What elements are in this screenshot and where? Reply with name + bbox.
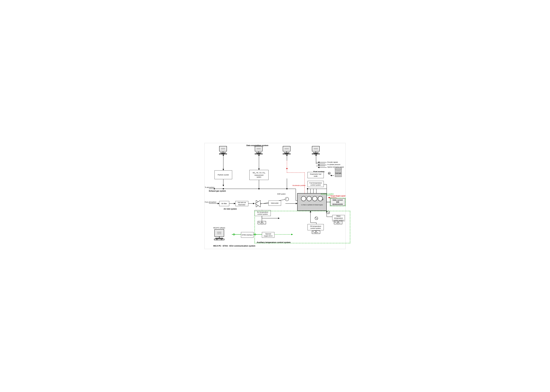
svg-text:T: T (286, 198, 287, 200)
svg-marker-36 (234, 203, 235, 204)
computer-nox (255, 146, 263, 154)
svg-marker-43 (296, 203, 297, 204)
diagram-container: T Data acquisition system (204, 143, 346, 249)
svg-point-107 (285, 197, 289, 201)
computer-inca: INCA PC software (213, 227, 225, 240)
encoder-signals-label: Encoder signals (327, 161, 338, 163)
inca-communication-label: INCA PC - ETAS - ECU communication syste… (213, 245, 255, 247)
svg-point-28 (286, 188, 287, 189)
accelerator-position-red-label: Accelerator position (292, 185, 306, 186)
computer-signals (312, 146, 320, 154)
gravimetric-fuel-box: Gravimetric fuel scale (307, 172, 324, 178)
svg-point-94 (328, 172, 330, 175)
svg-point-106 (286, 198, 287, 200)
accelerator-position-green-label: Accelerator position (321, 193, 334, 195)
computer-particle (219, 146, 227, 154)
svg-marker-114 (318, 164, 319, 166)
engine-label: 2.2 liters 4 cylinders DI Diesel engine (298, 204, 326, 206)
svg-marker-34 (218, 203, 219, 204)
air-filter-box: Air filter (219, 201, 229, 206)
svg-marker-64 (328, 197, 330, 198)
eddy-current-box: Eddy current E90 dynamometer (330, 198, 345, 206)
svg-marker-5 (258, 168, 260, 170)
intercooler-box: Intercooler (269, 201, 281, 206)
etas-interface-box: ETAS interface (241, 232, 253, 238)
auxiliary-temp-dashed-box (255, 211, 350, 243)
svg-marker-112 (318, 161, 319, 163)
svg-marker-72 (330, 175, 332, 176)
engine-block: 2.2 liters 4 cylinders DI Diesel engine (297, 193, 327, 211)
to-atmosphere-label: To atmosphere (205, 187, 215, 188)
torque-engine-speed-label: Torque Engine speed (330, 195, 345, 197)
svg-point-48 (307, 188, 308, 189)
exhaust-gas-label: Exhaust gas system (209, 190, 226, 192)
svg-marker-116 (318, 167, 319, 168)
turbo-symbol (255, 200, 262, 207)
fuel-temp-control-box: Fuel temperature control system (307, 181, 324, 187)
opened-ecu-box: Opened engine ECU (262, 232, 274, 238)
svg-marker-9 (286, 168, 288, 170)
svg-marker-95 (329, 173, 330, 174)
svg-point-25 (258, 188, 259, 189)
svg-marker-19 (223, 185, 224, 186)
computer-data-acq (283, 146, 291, 154)
nox-measurement-box: NOx, HC, CO, CO2measurementsystem (249, 170, 269, 180)
hot-wire-box: Hot wire air flowmeter (235, 201, 248, 206)
svg-marker-1 (223, 169, 224, 170)
svg-marker-38 (253, 203, 255, 204)
particle-counter-box: Particle counter (215, 170, 232, 179)
svg-marker-21 (213, 188, 215, 189)
from-atmosphere-label: From atmosphere (205, 201, 216, 203)
in-cylinder-label: In-cylinder pressure (327, 164, 340, 165)
auxiliary-temp-label: Auxiliary temperature control system (257, 241, 291, 243)
svg-point-22 (223, 188, 224, 189)
fuel-tank-shape: Fuel tank (335, 168, 342, 177)
svg-marker-109 (233, 234, 235, 235)
air-inlet-label: Air inlet system (224, 208, 237, 210)
egr-label: EGR system (277, 193, 285, 195)
